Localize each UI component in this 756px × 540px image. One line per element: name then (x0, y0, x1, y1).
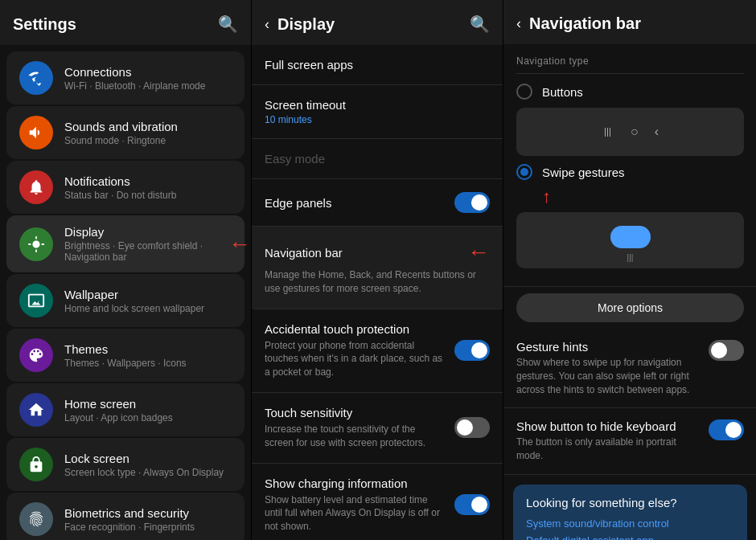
sidebar-item-home-screen[interactable]: Home screen Layout · App icon badges (6, 383, 244, 436)
sidebar-item-lock-screen[interactable]: Lock screen Screen lock type · Always On… (6, 438, 244, 491)
edge-panels-toggle[interactable] (454, 192, 490, 213)
charging-info-text: Show charging information Show battery l… (265, 477, 446, 534)
display-item-accidental-touch[interactable]: Accidental touch protection Protect your… (252, 309, 503, 393)
charging-info-title: Show charging information (265, 477, 446, 490)
display-search-icon[interactable]: 🔍 (470, 14, 490, 34)
charging-info-desc: Show battery level and estimated time un… (265, 493, 446, 534)
gesture-hints-desc: Show where to swipe up for navigation ge… (516, 356, 699, 396)
sidebar-item-wallpaper[interactable]: Wallpaper Home and lock screen wallpaper (6, 274, 244, 327)
swipe-radio[interactable] (516, 164, 532, 180)
display-item-screen-timeout[interactable]: Screen timeout 10 minutes (252, 85, 503, 139)
connections-subtitle: Wi-Fi · Bluetooth · Airplane mode (64, 80, 232, 92)
recent-apps-icon: ⫼ (602, 125, 614, 139)
system-sound-link[interactable]: System sound/vibration control (526, 518, 734, 530)
screen-timeout-value: 10 minutes (265, 114, 346, 125)
wallpaper-icon (19, 284, 53, 317)
show-button-desc: The button is only available in portrait… (516, 436, 699, 463)
connections-icon (19, 61, 53, 95)
nav-bar-content: Navigation type Buttons ⫼ ○ ‹ Swipe gest… (503, 44, 756, 540)
edge-panels-row: Edge panels (265, 192, 490, 213)
buttons-radio[interactable] (516, 84, 532, 100)
sounds-text: Sounds and vibration Sound mode · Ringto… (64, 120, 232, 146)
connections-title: Connections (64, 65, 232, 79)
display-header-left: ‹ Display (265, 15, 335, 34)
back-button-icon: ‹ (655, 125, 659, 139)
touch-sensitivity-text: Touch sensitivity Increase the touch sen… (265, 406, 446, 450)
sidebar-item-themes[interactable]: Themes Themes · Wallpapers · Icons (6, 329, 244, 382)
sidebar-item-biometrics[interactable]: Biometrics and security Face recognition… (6, 493, 244, 540)
nav-bar-title: Navigation bar (265, 246, 343, 260)
sounds-icon (19, 116, 53, 149)
settings-search-icon[interactable]: 🔍 (218, 14, 238, 34)
accidental-touch-title: Accidental touch protection (265, 322, 446, 336)
show-button-section[interactable]: Show button to hide keyboard The button … (503, 408, 756, 475)
display-subtitle: Brightness · Eye comfort shield · Naviga… (64, 240, 232, 263)
wallpaper-title: Wallpaper (64, 288, 232, 301)
sidebar-item-display[interactable]: Display Brightness · Eye comfort shield … (6, 215, 244, 272)
nav-bar-desc: Manage the Home, Back, and Recents butto… (265, 268, 490, 296)
more-options-button[interactable]: More options (516, 293, 744, 322)
navigation-type-section: Navigation type Buttons ⫼ ○ ‹ Swipe gest… (503, 44, 756, 287)
full-screen-title: Full screen apps (265, 58, 353, 72)
sounds-subtitle: Sound mode · Ringtone (64, 135, 232, 146)
display-item-touch-sensitivity[interactable]: Touch sensitivity Increase the touch sen… (252, 393, 503, 464)
themes-title: Themes (64, 342, 232, 356)
touch-sensitivity-desc: Increase the touch sensitivity of the sc… (265, 423, 446, 450)
biometrics-title: Biometrics and security (64, 506, 232, 520)
display-title: Display (64, 225, 232, 239)
touch-sensitivity-toggle[interactable] (454, 417, 490, 438)
themes-subtitle: Themes · Wallpapers · Icons (64, 358, 232, 369)
touch-sensitivity-row: Touch sensitivity Increase the touch sen… (265, 406, 490, 450)
settings-title: Settings (13, 15, 76, 34)
display-back-button[interactable]: ‹ (265, 16, 269, 33)
notifications-icon (19, 170, 53, 204)
notifications-subtitle: Status bar · Do not disturb (64, 190, 232, 201)
accidental-touch-toggle[interactable] (454, 340, 490, 361)
display-panel: ‹ Display 🔍 Full screen apps Screen time… (252, 0, 503, 540)
accidental-touch-desc: Protect your phone from accidental touch… (265, 339, 446, 379)
edge-panels-title: Edge panels (265, 196, 331, 210)
lock-screen-text: Lock screen Screen lock type · Always On… (64, 452, 232, 478)
display-item-edge-panels[interactable]: Edge panels (252, 179, 503, 227)
home-screen-title: Home screen (64, 397, 232, 411)
lock-screen-icon (19, 448, 53, 481)
display-item-full-screen[interactable]: Full screen apps (252, 45, 503, 85)
display-list: Full screen apps Screen timeout 10 minut… (252, 45, 503, 540)
show-button-toggle[interactable] (709, 419, 744, 440)
digital-assistant-link[interactable]: Default digital assistant app (526, 534, 734, 540)
nav-swipe-option[interactable]: Swipe gestures (516, 164, 744, 180)
wallpaper-subtitle: Home and lock screen wallpaper (64, 303, 232, 314)
swipe-label: Swipe gestures (542, 166, 625, 179)
nav-bar-header-left: ‹ Navigation bar (516, 14, 641, 33)
display-header: ‹ Display 🔍 (252, 0, 503, 45)
sidebar-item-notifications[interactable]: Notifications Status bar · Do not distur… (6, 161, 244, 214)
show-button-title: Show button to hide keyboard (516, 419, 699, 433)
settings-header: Settings 🔍 (0, 0, 251, 45)
wallpaper-text: Wallpaper Home and lock screen wallpaper (64, 288, 232, 314)
nav-bar-text: Navigation bar ← Manage the Home, Back, … (265, 239, 490, 296)
sidebar-item-sounds[interactable]: Sounds and vibration Sound mode · Ringto… (6, 106, 244, 159)
charging-info-toggle[interactable] (454, 494, 490, 515)
sidebar-item-connections[interactable]: Connections Wi-Fi · Bluetooth · Airplane… (6, 51, 244, 104)
accidental-touch-row: Accidental touch protection Protect your… (265, 322, 490, 379)
gesture-hints-text-block: Gesture hints Show where to swipe up for… (516, 340, 699, 396)
display-icon (19, 227, 53, 261)
nav-bar-header-title: Navigation bar (529, 14, 641, 33)
charging-info-row: Show charging information Show battery l… (265, 477, 490, 534)
gesture-hints-toggle[interactable] (709, 340, 744, 361)
home-screen-subtitle: Layout · App icon badges (64, 412, 232, 423)
display-item-navigation-bar[interactable]: Navigation bar ← Manage the Home, Back, … (252, 227, 503, 309)
settings-panel: Settings 🔍 Connections Wi-Fi · Bluetooth… (0, 0, 251, 540)
screen-timeout-row: Screen timeout 10 minutes (265, 98, 490, 125)
notifications-text: Notifications Status bar · Do not distur… (64, 174, 232, 201)
gesture-hints-section[interactable]: Gesture hints Show where to swipe up for… (503, 329, 756, 408)
buttons-preview: ⫼ ○ ‹ (516, 108, 744, 156)
home-screen-text: Home screen Layout · App icon badges (64, 397, 232, 423)
swipe-up-arrow: ↑ (542, 188, 551, 206)
lock-screen-subtitle: Screen lock type · Always On Display (64, 467, 232, 478)
display-item-easy-mode[interactable]: Easy mode (252, 139, 503, 179)
nav-buttons-option[interactable]: Buttons (516, 84, 744, 100)
nav-bar-back-button[interactable]: ‹ (516, 15, 521, 32)
navigation-bar-panel: ‹ Navigation bar Navigation type Buttons… (503, 0, 756, 540)
display-item-charging-info[interactable]: Show charging information Show battery l… (252, 464, 503, 540)
